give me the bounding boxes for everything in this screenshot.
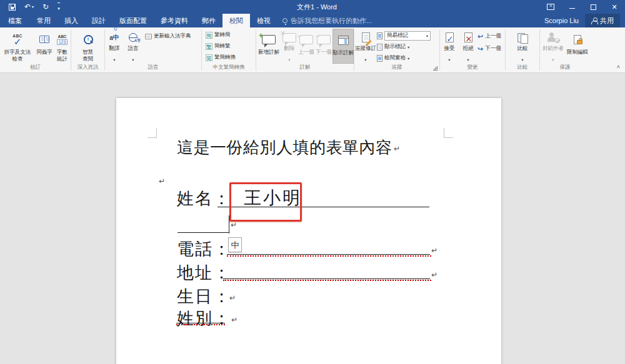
paragraph-mark-icon: ↵ [159, 177, 165, 185]
restrict-editing-button[interactable]: 限制編輯 [566, 29, 589, 64]
collapse-ribbon-button[interactable]: ˄ [617, 64, 620, 70]
new-comment-button[interactable]: + 新增註解 [256, 29, 281, 64]
gender-field-label: 姓別： [177, 307, 231, 330]
paragraph-mark-icon: ↵ [431, 246, 438, 255]
next-change-icon: ↪ [478, 46, 483, 52]
undo-button[interactable]: ↶ [24, 3, 34, 11]
thesaurus-button[interactable]: 同義字 [35, 29, 54, 64]
delete-comment-button: ✕ 刪除 [281, 29, 298, 64]
accept-icon: ✓ [446, 30, 454, 45]
show-comments-toggle[interactable]: 顯示註解 [332, 29, 354, 64]
display-for-review-dropdown[interactable]: 簡易標記 [377, 31, 431, 41]
tab-home[interactable]: 常用 [30, 14, 58, 27]
reviewing-pane-button[interactable]: 檢閱窗格 [377, 53, 431, 63]
update-ime-dictionary-button[interactable]: 更新輸入法字典 [145, 31, 191, 41]
person-icon [591, 17, 598, 24]
group-label-chinese: 中文繁簡轉換 [202, 64, 256, 71]
chevron-down-icon [467, 52, 469, 64]
customize-qat-button[interactable] [58, 2, 60, 11]
undo-icon: ↶ [24, 3, 31, 11]
spelling-grammar-button[interactable]: ABC✓ 拼字及文法 檢查 [0, 29, 35, 64]
next-comment-icon: → [317, 30, 331, 49]
chevron-down-icon [408, 44, 409, 50]
word-count-icon: ABC123 [57, 30, 68, 49]
previous-change-icon: ↩ [478, 33, 483, 40]
reject-button[interactable]: ✕ 拒絕 [459, 29, 478, 64]
ribbon-display-options-button[interactable] [540, 0, 561, 14]
delete-comment-icon: ✕ [282, 30, 296, 45]
maximize-icon [591, 4, 596, 10]
traditional-to-simplified-button[interactable]: 簡 繁轉簡 [206, 30, 231, 40]
magnifier-icon [84, 30, 92, 49]
convert-char-icon: 简 [206, 54, 212, 61]
group-label-language: 語言 [105, 64, 201, 71]
save-button[interactable] [9, 4, 16, 11]
red-annotation-box [229, 182, 302, 222]
tab-review[interactable]: 校閱 [222, 14, 250, 27]
chevron-down-icon [426, 32, 428, 39]
margin-corner-mark-right [444, 128, 453, 138]
paragraph-mark-icon: ↵ [431, 270, 438, 279]
group-label-protect: 保護 [540, 64, 590, 71]
convert-chinese-button[interactable]: 简 繁簡轉換 [206, 52, 236, 62]
next-change-button[interactable]: ↪ 下一個 [478, 44, 501, 54]
word-count-button[interactable]: ABC123 字數 統計 [54, 29, 71, 64]
compare-button[interactable]: 比較 [512, 29, 532, 64]
address-underline [223, 278, 430, 279]
tab-mailings[interactable]: 郵件 [195, 14, 222, 27]
language-button[interactable]: 語言 [124, 29, 142, 64]
share-label: 共用 [600, 16, 614, 26]
spellcheck-icon: ABC✓ [12, 30, 22, 49]
reviewing-pane-icon [377, 55, 382, 62]
simplified-to-traditional-button[interactable]: 繁 簡轉繁 [206, 41, 231, 51]
chevron-down-icon [132, 52, 134, 64]
chevron-down-icon [521, 52, 523, 64]
simple-markup-icon [377, 32, 382, 39]
paragraph-mark-icon: ↵ [394, 144, 400, 153]
tab-insert[interactable]: 插入 [58, 14, 85, 27]
document-canvas[interactable]: 這是一份給別人填的表單內容 ↵ ↵ 姓名： 王小明 ↵ 電話： 中 ↵ 地址： … [0, 73, 625, 364]
traditional-char-icon: 繁 [206, 43, 212, 50]
lock-icon [574, 30, 581, 49]
close-button[interactable] [604, 0, 625, 14]
tracking-dialog-launcher[interactable] [433, 66, 438, 71]
group-comments: + 新增註解 ✕ 刪除 ← 上一個 → 下一個 顯示 [256, 27, 354, 72]
chevron-down-icon [364, 52, 366, 64]
minimize-button[interactable] [561, 0, 582, 14]
track-changes-icon [362, 30, 370, 45]
tab-layout[interactable]: 版面配置 [112, 14, 154, 27]
tab-design[interactable]: 設計 [85, 14, 112, 27]
chevron-down-icon [408, 55, 409, 61]
previous-comment-button: ← 上一個 [298, 29, 315, 64]
show-markup-button[interactable]: 顯示標記 [377, 42, 431, 52]
signed-in-user[interactable]: Scorpio Liu [544, 17, 579, 24]
group-label-changes: 變更 [440, 64, 505, 71]
text-cursor [229, 215, 229, 234]
group-tracking: 追蹤修訂 簡易標記 顯示標記 檢閱窗格 [354, 27, 439, 72]
tell-me-box[interactable]: 告訴我您想要執行的動作... [278, 14, 377, 27]
group-chinese-conversion: 簡 繁轉簡 繁 簡轉繁 简 繁簡轉換 中文繁簡轉換 [202, 27, 256, 72]
ribbon-review: ABC✓ 拼字及文法 檢查 同義字 ABC123 字數 統計 校訂 [0, 27, 625, 73]
group-changes: ✓ 接受 ✕ 拒絕 ↩ 上一個 ↪ 下一個 [440, 27, 505, 72]
document-page[interactable]: 這是一份給別人填的表單內容 ↵ ↵ 姓名： 王小明 ↵ 電話： 中 ↵ 地址： … [116, 98, 501, 364]
redo-button[interactable]: ↻ [42, 3, 49, 11]
accept-button[interactable]: ✓ 接受 [440, 29, 459, 64]
reject-icon: ✕ [464, 30, 472, 45]
smart-lookup-button[interactable]: 智慧 查閱 [79, 29, 98, 64]
group-label-proofing: 校訂 [0, 64, 71, 71]
group-proofing: ABC✓ 拼字及文法 檢查 同義字 ABC123 字數 統計 校訂 [0, 27, 71, 72]
translate-button[interactable]: a中↻ 翻譯 [105, 29, 124, 64]
tab-references[interactable]: 參考資料 [154, 14, 195, 27]
previous-change-button[interactable]: ↩ 上一個 [478, 31, 501, 41]
show-markup-icon [377, 44, 382, 51]
document-heading: 這是一份給別人填的表單內容 [177, 137, 392, 159]
tab-view[interactable]: 檢視 [250, 14, 278, 27]
share-button[interactable]: 共用 [585, 14, 620, 27]
tab-file[interactable]: 檔案 [0, 14, 30, 27]
compare-icon [518, 30, 528, 45]
save-icon [9, 4, 16, 11]
maximize-button[interactable] [582, 0, 604, 14]
group-label-comments: 註解 [256, 64, 354, 71]
group-label-insights: 深入資訊 [71, 64, 104, 71]
track-changes-button[interactable]: 追蹤修訂 [354, 29, 377, 64]
